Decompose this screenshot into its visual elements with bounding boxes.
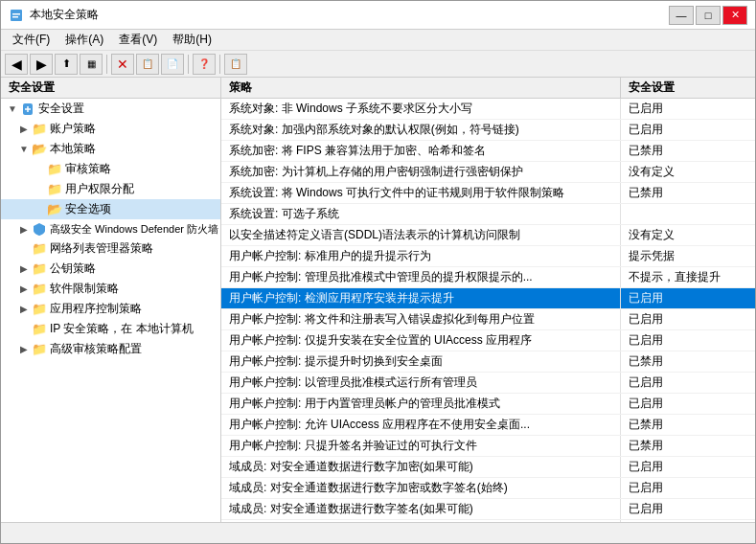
table-row[interactable]: 用户帐户控制: 以管理员批准模式运行所有管理员已启用: [221, 373, 755, 394]
svg-rect-0: [11, 10, 22, 21]
tree-item-software-restriction[interactable]: ▶ 📁 软件限制策略: [1, 279, 220, 299]
folder-icon-account: 📁: [32, 122, 47, 137]
tree-item-user-rights[interactable]: ▶ 📁 用户权限分配: [1, 179, 220, 199]
maximize-button[interactable]: □: [696, 6, 721, 25]
table-row[interactable]: 用户帐户控制: 允许 UIAccess 应用程序在不使用安全桌面...已禁用: [221, 415, 755, 436]
expander-account: ▶: [16, 122, 32, 137]
status-bar: [1, 522, 755, 543]
table-row[interactable]: 系统对象: 加强内部系统对象的默认权限(例如，符号链接)已启用: [221, 120, 755, 141]
row-setting-text: 已禁用: [621, 183, 755, 203]
close-button[interactable]: ✕: [722, 6, 747, 25]
table-row[interactable]: 用户帐户控制: 用于内置管理员帐户的管理员批准模式已启用: [221, 394, 755, 415]
row-policy-text: 用户帐户控制: 提示提升时切换到安全桌面: [221, 351, 621, 372]
paste-button[interactable]: 📄: [161, 54, 184, 75]
right-panel: 策略 安全设置 系统对象: 非 Windows 子系统不要求区分大小写已启用系统…: [221, 78, 755, 522]
row-setting-text: 已启用: [621, 330, 755, 351]
tree-item-local-policy[interactable]: ▼ 📂 本地策略: [1, 139, 220, 159]
folder-icon-audit: 📁: [47, 162, 62, 177]
row-setting-text: 已禁用: [621, 351, 755, 372]
menu-help[interactable]: 帮助(H): [165, 30, 219, 50]
table-row[interactable]: 域成员: 对安全通道数据进行数字签名(如果可能)已启用: [221, 499, 755, 520]
help-button[interactable]: ❓: [193, 54, 216, 75]
row-policy-text: 用户帐户控制: 只提升签名并验证过的可执行文件: [221, 436, 621, 456]
tree-item-network-list[interactable]: ▶ 📁 网络列表管理器策略: [1, 238, 220, 259]
folder-icon-security-options: 📂: [47, 202, 62, 217]
tree-item-windows-defender[interactable]: ▶ 高级安全 Windows Defender 防火墙: [1, 219, 220, 238]
table-row[interactable]: 用户帐户控制: 提示提升时切换到安全桌面已禁用: [221, 351, 755, 373]
table-row[interactable]: 用户帐户控制: 标准用户的提升提示行为提示凭据: [221, 246, 755, 267]
main-window: 本地安全策略 — □ ✕ 文件(F) 操作(A) 查看(V) 帮助(H) ◀ ▶…: [0, 0, 756, 544]
table-row[interactable]: 用户帐户控制: 仅提升安装在安全位置的 UIAccess 应用程序已启用: [221, 330, 755, 351]
copy-button[interactable]: 📋: [136, 54, 159, 75]
tree-label-ip-security: IP 安全策略，在 本地计算机: [50, 321, 194, 337]
folder-icon-software: 📁: [32, 282, 47, 297]
tree-item-account-policy[interactable]: ▶ 📁 账户策略: [1, 119, 220, 139]
row-policy-text: 系统对象: 非 Windows 子系统不要求区分大小写: [221, 99, 621, 119]
row-setting-text: 已启用: [621, 457, 755, 477]
menu-view[interactable]: 查看(V): [111, 30, 165, 50]
table-row[interactable]: 系统加密: 为计算机上存储的用户密钥强制进行强密钥保护没有定义: [221, 162, 755, 183]
toolbar-sep-1: [106, 55, 107, 74]
show-hide-button[interactable]: ▦: [80, 54, 103, 75]
left-panel: 安全设置 ▼ 安全设置 ▶ 📁 账户策略 ▼ 📂 本地策略: [1, 78, 221, 522]
table-row[interactable]: 域成员: 对安全通道数据进行数字加密或数字签名(始终)已启用: [221, 478, 755, 499]
row-setting-text: 已禁用: [621, 436, 755, 456]
table-row[interactable]: 用户帐户控制: 管理员批准模式中管理员的提升权限提示的...不提示，直接提升: [221, 267, 755, 288]
tree-label-app-control: 应用程序控制策略: [50, 301, 142, 317]
expander-software: ▶: [16, 282, 32, 297]
title-controls: — □ ✕: [669, 6, 747, 25]
row-policy-text: 系统设置: 将 Windows 可执行文件中的证书规则用于软件限制策略: [221, 183, 621, 203]
export-button[interactable]: 📋: [224, 54, 247, 75]
folder-icon-user-rights: 📁: [47, 182, 62, 197]
tree-label-local-policy: 本地策略: [50, 141, 96, 157]
row-policy-text: 域成员: 对安全通道数据进行数字加密(如果可能): [221, 457, 621, 477]
tree-label-security-settings: 安全设置: [38, 101, 84, 117]
table-row[interactable]: 系统对象: 非 Windows 子系统不要求区分大小写已启用: [221, 99, 755, 120]
table-row[interactable]: 用户帐户控制: 只提升签名并验证过的可执行文件已禁用: [221, 436, 755, 457]
right-header: 策略 安全设置: [221, 78, 755, 99]
tree-item-audit-policy[interactable]: ▶ 📁 审核策略: [1, 159, 220, 179]
expander-defender: ▶: [16, 221, 32, 237]
table-row[interactable]: 用户帐户控制: 将文件和注册表写入错误虚拟化到每用户位置已启用: [221, 309, 755, 330]
tree-item-public-key[interactable]: ▶ 📁 公钥策略: [1, 259, 220, 279]
row-setting-text: [621, 213, 755, 216]
tree-item-ip-security[interactable]: ▶ 📁 IP 安全策略，在 本地计算机: [1, 319, 220, 339]
left-panel-header: 安全设置: [1, 78, 220, 99]
window-title: 本地安全策略: [30, 7, 99, 23]
table-row[interactable]: 用户帐户控制: 检测应用程序安装并提示提升已启用: [221, 288, 755, 309]
table-row[interactable]: 以安全描述符定义语言(SDDL)语法表示的计算机访问限制没有定义: [221, 225, 755, 246]
row-policy-text: 用户帐户控制: 以管理员批准模式运行所有管理员: [221, 373, 621, 393]
row-policy-text: 用户帐户控制: 用于内置管理员帐户的管理员批准模式: [221, 394, 621, 414]
menu-action[interactable]: 操作(A): [57, 30, 111, 50]
table-row[interactable]: 系统设置: 可选子系统: [221, 204, 755, 225]
tree-item-advanced-audit[interactable]: ▶ 📁 高级审核策略配置: [1, 339, 220, 359]
up-button[interactable]: ⬆: [55, 54, 78, 75]
tree-label-security-options: 安全选项: [65, 201, 111, 217]
folder-icon-app-control: 📁: [32, 302, 47, 317]
back-button[interactable]: ◀: [5, 54, 28, 75]
folder-icon-public-key: 📁: [32, 261, 47, 277]
forward-button[interactable]: ▶: [30, 54, 53, 75]
row-policy-text: 系统加密: 为计算机上存储的用户密钥强制进行强密钥保护: [221, 162, 621, 182]
tree-label-windows-defender: 高级安全 Windows Defender 防火墙: [50, 222, 218, 237]
row-setting-text: 已启用: [621, 394, 755, 414]
tree-item-security-settings[interactable]: ▼ 安全设置: [1, 99, 220, 119]
expander-local: ▼: [16, 142, 32, 157]
row-policy-text: 用户帐户控制: 标准用户的提升提示行为: [221, 246, 621, 266]
shield-icon-defender: [32, 221, 47, 237]
tree-label-network-list: 网络列表管理器策略: [50, 240, 153, 257]
svg-rect-1: [12, 13, 20, 15]
delete-button[interactable]: ✕: [111, 54, 134, 75]
toolbar-sep-2: [188, 55, 189, 74]
row-setting-text: 已启用: [621, 120, 755, 140]
table-row[interactable]: 系统加密: 将 FIPS 兼容算法用于加密、哈希和签名已禁用: [221, 141, 755, 162]
table-row[interactable]: 系统设置: 将 Windows 可执行文件中的证书规则用于软件限制策略已禁用: [221, 183, 755, 204]
row-policy-text: 域成员: 对安全通道数据进行数字签名(如果可能): [221, 499, 621, 519]
menu-file[interactable]: 文件(F): [5, 30, 57, 50]
tree-item-security-options[interactable]: ▶ 📂 安全选项: [1, 199, 220, 219]
svg-rect-2: [12, 16, 18, 18]
table-row[interactable]: 域成员: 对安全通道数据进行数字加密(如果可能)已启用: [221, 457, 755, 478]
tree-item-app-control[interactable]: ▶ 📁 应用程序控制策略: [1, 299, 220, 319]
minimize-button[interactable]: —: [669, 6, 694, 25]
expander-advanced-audit: ▶: [16, 342, 32, 357]
